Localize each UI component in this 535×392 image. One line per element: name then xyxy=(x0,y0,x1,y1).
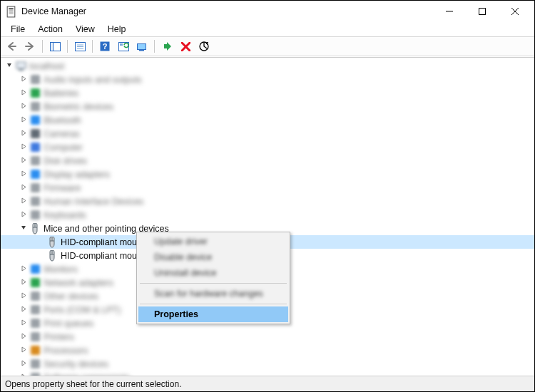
tree-category[interactable]: Bluetooth xyxy=(1,113,534,127)
toolbar: ? xyxy=(1,36,534,56)
expand-toggle[interactable] xyxy=(18,222,29,234)
mouse-icon xyxy=(46,237,58,248)
content-pane: localhostAudio inputs and outputsBatteri… xyxy=(1,57,534,376)
tree-root[interactable]: localhost xyxy=(1,59,534,73)
context-menu-separator xyxy=(140,283,287,284)
expand-toggle[interactable] xyxy=(18,317,29,329)
category-icon xyxy=(29,331,41,343)
expand-toggle[interactable] xyxy=(18,182,29,193)
category-icon xyxy=(29,169,41,180)
expand-toggle[interactable] xyxy=(18,304,29,315)
tree-label: Human Interface Devices xyxy=(44,197,143,207)
expand-toggle[interactable] xyxy=(18,87,29,98)
category-icon xyxy=(29,359,41,370)
expand-toggle[interactable] xyxy=(18,155,29,166)
category-icon xyxy=(29,196,41,207)
tree-category[interactable]: Keyboards xyxy=(1,208,534,222)
tree-category[interactable]: Software components xyxy=(1,371,534,376)
toolbar-separator xyxy=(42,40,43,53)
expand-toggle[interactable] xyxy=(18,277,29,288)
context-menu-item-disable-device[interactable]: Disable device xyxy=(138,249,288,265)
svg-rect-10 xyxy=(50,42,53,51)
help-button[interactable]: ? xyxy=(97,38,113,54)
menubar: File Action View Help xyxy=(1,22,534,36)
menu-view[interactable]: View xyxy=(70,24,101,35)
tree-label: Other devices xyxy=(44,292,98,301)
svg-rect-1 xyxy=(9,8,13,9)
svg-rect-4 xyxy=(9,13,13,14)
svg-rect-19 xyxy=(137,43,146,49)
tree-category[interactable]: Firmware xyxy=(1,181,534,195)
expand-toggle[interactable] xyxy=(18,195,29,207)
tree-category[interactable]: Cameras xyxy=(1,127,534,140)
forward-button[interactable] xyxy=(22,38,38,54)
expand-toggle[interactable] xyxy=(18,141,29,153)
context-menu-item-update-driver[interactable]: Update driver xyxy=(138,234,288,249)
tree-category[interactable]: Biometric devices xyxy=(1,100,534,113)
tree-label: Cameras xyxy=(44,129,80,139)
tree-category[interactable]: Human Interface Devices xyxy=(1,195,534,208)
category-icon xyxy=(29,182,41,194)
expand-toggle[interactable] xyxy=(18,344,29,356)
properties-button[interactable] xyxy=(72,38,88,54)
expand-toggle xyxy=(35,249,46,261)
tree-label: Print queues xyxy=(44,319,93,329)
context-menu-item-properties[interactable]: Properties xyxy=(138,306,288,322)
svg-rect-20 xyxy=(139,50,144,51)
svg-text:?: ? xyxy=(103,42,108,51)
svg-rect-18 xyxy=(120,43,123,46)
expand-toggle[interactable] xyxy=(18,100,29,112)
expand-toggle[interactable] xyxy=(18,290,29,301)
expand-toggle[interactable] xyxy=(18,73,29,85)
expand-toggle[interactable] xyxy=(18,114,29,125)
tree-label: Firmware xyxy=(44,183,81,193)
minimize-button[interactable] xyxy=(433,1,466,22)
maximize-button[interactable] xyxy=(466,1,499,22)
expand-toggle[interactable] xyxy=(18,128,29,139)
expand-toggle[interactable] xyxy=(18,331,29,342)
context-menu-item-uninstall-device[interactable]: Uninstall device xyxy=(138,265,288,281)
tree-label: Disk drives xyxy=(44,156,87,166)
enable-device-button[interactable] xyxy=(159,38,175,54)
tree-category[interactable]: Display adapters xyxy=(1,167,534,181)
tree-label: HID-compliant mouse xyxy=(61,251,146,261)
tree-label: Audio inputs and outputs xyxy=(44,75,142,85)
context-menu-item-scan[interactable]: Scan for hardware changes xyxy=(138,286,288,301)
category-icon xyxy=(29,277,41,289)
back-button[interactable] xyxy=(4,38,19,54)
menu-help[interactable]: Help xyxy=(102,24,132,35)
expand-toggle[interactable] xyxy=(18,168,29,180)
disable-device-button[interactable] xyxy=(196,38,212,54)
svg-rect-3 xyxy=(9,11,13,12)
expand-toggle[interactable] xyxy=(18,209,29,220)
expand-toggle[interactable] xyxy=(4,60,15,71)
tree-label: Bluetooth xyxy=(44,115,81,125)
tree-category[interactable]: Processors xyxy=(1,344,534,357)
tree-category[interactable]: Audio inputs and outputs xyxy=(1,73,534,86)
context-menu-separator xyxy=(140,304,287,304)
tree-category[interactable]: Computer xyxy=(1,140,534,154)
tree-category[interactable]: Batteries xyxy=(1,86,534,100)
tree-category[interactable]: Security devices xyxy=(1,357,534,371)
uninstall-device-button[interactable] xyxy=(178,38,193,54)
update-driver-button[interactable] xyxy=(134,38,150,54)
tree-category[interactable]: Printers xyxy=(1,330,534,344)
category-icon xyxy=(29,318,41,329)
svg-rect-6 xyxy=(479,9,486,15)
device-tree[interactable]: localhostAudio inputs and outputsBatteri… xyxy=(1,58,534,376)
category-icon xyxy=(29,345,41,356)
expand-toggle[interactable] xyxy=(18,358,29,369)
expand-toggle[interactable] xyxy=(18,263,29,274)
tree-label: Monitors xyxy=(44,264,78,274)
tree-category[interactable]: Disk drives xyxy=(1,154,534,167)
category-icon xyxy=(29,74,41,86)
context-menu: Update driver Disable device Uninstall d… xyxy=(136,232,290,324)
toolbar-separator xyxy=(67,40,68,53)
scan-hardware-button[interactable] xyxy=(116,38,131,54)
tree-label: localhost xyxy=(29,61,64,71)
menu-action[interactable]: Action xyxy=(32,24,68,35)
show-hide-tree-button[interactable] xyxy=(47,38,63,54)
window-title: Device Manager xyxy=(21,6,86,16)
close-button[interactable] xyxy=(499,1,531,22)
menu-file[interactable]: File xyxy=(5,24,31,35)
